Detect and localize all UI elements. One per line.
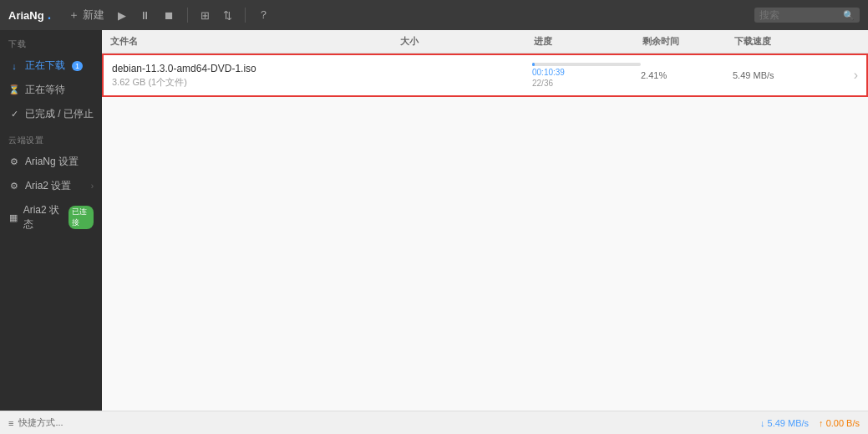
app-container: AriaNg. ＋ 新建 ▶ ⏸ ⏹ ⊞ ⇅ ？ 🔍 下载 ↓ 正在下载 1: [0, 0, 868, 434]
shortcut-label[interactable]: 快捷方式...: [18, 416, 63, 429]
row-arrow: ›: [833, 68, 858, 83]
sidebar-item-aria2-status[interactable]: ▦ Aria2 状态 已连接: [0, 198, 102, 237]
col-header-name: 文件名: [110, 35, 400, 48]
sidebar: 下载 ↓ 正在下载 1 ⏳ 正在等待 ✓ 已完成 / 已停止 云端设置 ⚙ Ar…: [0, 30, 102, 411]
progress-col: 00:10:39 22/36: [532, 63, 641, 88]
active-count-badge: 1: [72, 61, 83, 71]
sidebar-item-waiting[interactable]: ⏳ 正在等待: [0, 78, 102, 102]
status-icon: ▦: [8, 212, 18, 223]
bottom-left: ≡ 快捷方式...: [8, 416, 63, 429]
sidebar-item-aria2-settings-label: Aria2 设置: [25, 179, 71, 193]
upload-speed-value: ↑ 0.00 B/s: [819, 418, 860, 428]
progress-bar-wrap: [532, 63, 641, 66]
grid-view-button[interactable]: ⊞: [196, 6, 214, 25]
file-info: debian-11.3.0-amd64-DVD-1.iso 3.62 GB (1…: [112, 63, 398, 89]
sidebar-item-done[interactable]: ✓ 已完成 / 已停止: [0, 102, 102, 126]
remaining-col: 2.41%: [641, 70, 733, 80]
toolbar: ＋ 新建 ▶ ⏸ ⏹ ⊞ ⇅ ？: [64, 4, 754, 26]
content-area: 文件名 大小 进度 剩余时间 下载速度 debian-11.3.0-amd64-…: [102, 30, 868, 411]
search-box: 🔍: [754, 8, 860, 23]
col-header-progress: 进度: [534, 35, 642, 48]
done-icon: ✓: [8, 109, 20, 120]
sidebar-item-active-label: 正在下载: [25, 59, 65, 73]
table-row[interactable]: debian-11.3.0-amd64-DVD-1.iso 3.62 GB (1…: [102, 54, 868, 97]
app-logo: AriaNg.: [8, 8, 51, 23]
col-header-speed: 下载速度: [734, 35, 835, 48]
table-header: 文件名 大小 进度 剩余时间 下载速度: [102, 30, 868, 54]
bottom-right: ↓ 5.49 MB/s ↑ 0.00 B/s: [760, 418, 860, 428]
progress-time: 00:10:39: [532, 68, 641, 77]
top-bar: AriaNg. ＋ 新建 ▶ ⏸ ⏹ ⊞ ⇅ ？ 🔍: [0, 0, 868, 30]
toolbar-separator-2: [245, 8, 246, 23]
col-header-remaining: 剩余时间: [642, 35, 734, 48]
connected-badge: 已连接: [69, 206, 94, 229]
pause-button[interactable]: ⏸: [135, 6, 155, 25]
sidebar-item-aria2-settings[interactable]: ⚙ Aria2 设置 ›: [0, 174, 102, 198]
settings-icon: ⚙: [8, 156, 20, 167]
stop-button[interactable]: ⏹: [160, 6, 179, 25]
progress-count: 22/36: [532, 79, 641, 88]
download-speed-value: ↓ 5.49 MB/s: [760, 418, 809, 428]
sort-button[interactable]: ⇅: [219, 6, 236, 25]
bottom-bar: ≡ 快捷方式... ↓ 5.49 MB/s ↑ 0.00 B/s: [0, 411, 868, 434]
sidebar-item-ariang-settings[interactable]: ⚙ AriaNg 设置: [0, 150, 102, 174]
sidebar-item-done-label: 已完成 / 已停止: [25, 107, 94, 121]
download-speed-stat: ↓ 5.49 MB/s: [760, 418, 809, 428]
chevron-right-icon: ›: [91, 181, 94, 191]
aria2-settings-icon: ⚙: [8, 181, 20, 191]
waiting-icon: ⏳: [8, 84, 20, 95]
logo-text: AriaNg: [8, 9, 44, 22]
progress-bar-fill: [532, 63, 535, 66]
help-button[interactable]: ？: [254, 4, 273, 26]
download-active-icon: ↓: [8, 61, 20, 71]
sidebar-section-settings: 云端设置: [0, 126, 102, 150]
search-icon: 🔍: [843, 10, 855, 21]
speed-col: 5.49 MB/s: [733, 70, 833, 80]
toolbar-separator-1: [187, 8, 188, 23]
file-name: debian-11.3.0-amd64-DVD-1.iso: [112, 63, 398, 74]
sidebar-item-active[interactable]: ↓ 正在下载 1: [0, 54, 102, 78]
col-header-size: 大小: [400, 35, 534, 48]
upload-speed-stat: ↑ 0.00 B/s: [819, 418, 860, 428]
sidebar-item-waiting-label: 正在等待: [25, 83, 65, 97]
sidebar-item-ariang-settings-label: AriaNg 设置: [25, 155, 79, 169]
new-button[interactable]: ＋ 新建: [64, 4, 109, 26]
layout-icon[interactable]: ≡: [8, 418, 13, 428]
search-input[interactable]: [759, 9, 843, 21]
main-area: 下载 ↓ 正在下载 1 ⏳ 正在等待 ✓ 已完成 / 已停止 云端设置 ⚙ Ar…: [0, 30, 868, 411]
sidebar-section-downloads: 下载: [0, 30, 102, 54]
sidebar-item-aria2-status-label: Aria2 状态: [23, 203, 62, 232]
logo-dot: .: [48, 8, 51, 23]
file-size: 3.62 GB (1个文件): [112, 76, 398, 89]
table-body: debian-11.3.0-amd64-DVD-1.iso 3.62 GB (1…: [102, 54, 868, 411]
start-button[interactable]: ▶: [114, 6, 130, 25]
